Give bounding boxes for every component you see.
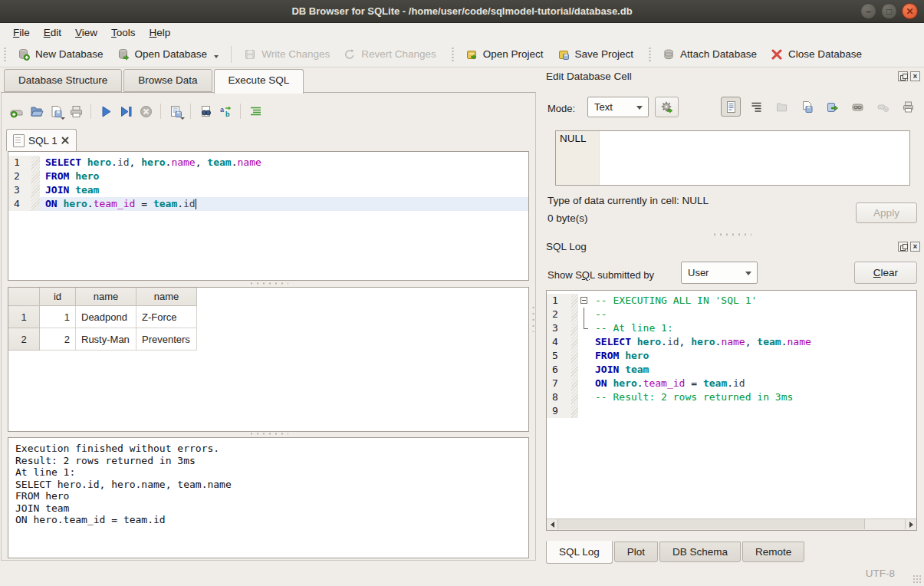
table-cell[interactable]: Z-Force	[136, 306, 197, 328]
code-line[interactable]: 2FROM hero	[8, 170, 528, 183]
menu-item-view[interactable]: View	[68, 25, 104, 40]
tab-browse-data[interactable]: Browse Data	[123, 69, 212, 92]
log-filter-combobox[interactable]: User	[681, 262, 758, 284]
copy-link-button[interactable]	[847, 97, 867, 117]
write-changes-button[interactable]: Write Changes	[237, 45, 337, 64]
code-line[interactable]: 1SELECT hero.id, hero.name, team.name	[8, 156, 528, 170]
open-database-dropdown-caret[interactable]	[214, 55, 219, 58]
format-sql-button[interactable]	[245, 101, 265, 121]
close-sql-tab-icon[interactable]	[61, 137, 69, 144]
mode-combobox[interactable]: Text	[587, 97, 649, 117]
text-mode-button[interactable]	[721, 97, 741, 117]
set-null-button[interactable]	[873, 97, 893, 117]
minimize-button[interactable]: –	[860, 3, 876, 19]
pane-splitter[interactable]	[531, 303, 536, 334]
code-line[interactable]: 9	[547, 404, 916, 418]
save-cell-data-button[interactable]	[797, 97, 817, 117]
fold-margin[interactable]	[578, 390, 591, 404]
execute-all-button[interactable]	[96, 101, 116, 121]
menu-item-help[interactable]: Help	[143, 25, 178, 40]
fold-margin[interactable]	[578, 321, 591, 335]
save-sql-file-button[interactable]	[46, 101, 66, 121]
tab-execute-sql[interactable]: Execute SQL	[214, 69, 304, 94]
table-cell[interactable]: Deadpond	[76, 306, 136, 328]
tab-remote[interactable]: Remote	[742, 542, 804, 562]
right-splitter[interactable]	[712, 233, 751, 236]
save-results-dropdown-caret[interactable]	[180, 117, 185, 120]
scroll-right-icon[interactable]	[905, 519, 916, 529]
code-line[interactable]: 8-- Result: 2 rows returned in 3ms	[547, 390, 916, 404]
table-cell[interactable]: Rusty-Man	[76, 328, 136, 351]
print-cell-button[interactable]	[898, 97, 918, 117]
menu-item-edit[interactable]: Edit	[37, 25, 68, 40]
sql-editor[interactable]: 1SELECT hero.id, hero.name, team.name2FR…	[8, 151, 529, 281]
fold-margin[interactable]	[578, 377, 591, 390]
resize-grip[interactable]	[912, 574, 922, 584]
export-cell-data-button[interactable]	[822, 97, 842, 117]
code-line[interactable]: 5FROM hero	[547, 349, 916, 363]
replace-button[interactable]: ab	[215, 101, 235, 121]
code-line[interactable]: 6JOIN team	[547, 363, 916, 377]
fold-margin[interactable]	[578, 294, 591, 308]
corner-header[interactable]	[8, 288, 40, 306]
row-header[interactable]: 1	[8, 306, 40, 328]
encoding-indicator[interactable]: UTF-8	[866, 568, 895, 579]
cell-editor[interactable]: NULL	[555, 130, 910, 186]
apply-button[interactable]: Apply	[856, 202, 917, 223]
new-sql-tab-button[interactable]	[6, 101, 26, 121]
close-database-button[interactable]: Close Database	[764, 45, 869, 64]
table-cell[interactable]: 2	[40, 328, 76, 351]
fold-margin[interactable]	[578, 363, 591, 377]
message-splitter[interactable]	[8, 431, 529, 436]
code-line[interactable]: 3JOIN team	[8, 183, 528, 197]
save-sql-dropdown-caret[interactable]	[61, 117, 65, 120]
maximize-button[interactable]: □	[881, 3, 897, 19]
close-log-panel-icon[interactable]: ×	[910, 242, 920, 252]
new-database-button[interactable]: New Database	[11, 45, 110, 64]
save-results-button[interactable]	[166, 101, 186, 121]
code-line[interactable]: 4SELECT hero.id, hero.name, team.name	[547, 335, 916, 349]
tab-plot[interactable]: Plot	[614, 542, 658, 562]
table-cell[interactable]: 1	[40, 306, 76, 328]
code-line[interactable]: 3-- At line 1:	[547, 321, 916, 335]
column-header[interactable]: name	[136, 288, 197, 306]
table-cell[interactable]: Preventers	[136, 328, 197, 351]
scroll-left-icon[interactable]	[547, 519, 558, 529]
import-data-button[interactable]	[655, 97, 679, 117]
open-project-button[interactable]: Open Project	[459, 45, 551, 64]
column-header[interactable]: id	[40, 288, 76, 306]
menu-item-tools[interactable]: Tools	[104, 25, 143, 40]
results-splitter[interactable]	[8, 281, 529, 286]
fold-margin[interactable]	[578, 308, 591, 321]
sql-file-tab[interactable]: SQL 1	[6, 129, 77, 151]
fold-collapse-icon[interactable]	[580, 297, 587, 304]
open-database-button[interactable]: Open Database	[110, 45, 226, 64]
execute-line-button[interactable]	[116, 101, 136, 121]
open-sql-file-button[interactable]	[26, 101, 46, 121]
log-horizontal-scrollbar[interactable]	[547, 519, 916, 530]
tab-db-schema[interactable]: DB Schema	[659, 542, 741, 562]
menu-item-file[interactable]: File	[6, 25, 37, 40]
save-project-button[interactable]: Save Project	[551, 45, 641, 64]
clear-log-button[interactable]: Clear	[854, 262, 917, 284]
scrollbar-thumb[interactable]	[557, 519, 865, 529]
row-header[interactable]: 2	[8, 328, 40, 351]
revert-changes-button[interactable]: Revert Changes	[337, 45, 443, 64]
stop-button[interactable]	[136, 101, 156, 121]
float-panel-icon[interactable]	[898, 71, 908, 81]
fold-margin[interactable]	[578, 349, 591, 363]
code-line[interactable]: 2--	[547, 308, 916, 321]
code-line[interactable]: 4ON hero.team_id = team.id	[8, 197, 528, 211]
open-cell-data-button[interactable]	[771, 97, 791, 117]
fold-margin[interactable]	[578, 404, 591, 418]
find-button[interactable]	[196, 101, 215, 121]
code-line[interactable]: 7ON hero.team_id = team.id	[547, 377, 916, 390]
code-line[interactable]: 1-- EXECUTING ALL IN 'SQL 1'	[547, 294, 916, 308]
float-log-panel-icon[interactable]	[898, 242, 908, 252]
attach-database-button[interactable]: Attach Database	[656, 45, 764, 64]
tab-database-structure[interactable]: Database Structure	[4, 69, 122, 92]
column-header[interactable]: name	[76, 288, 136, 306]
word-wrap-button[interactable]	[746, 97, 766, 117]
print-sql-button[interactable]	[66, 101, 86, 121]
close-panel-icon[interactable]: ×	[910, 71, 920, 81]
